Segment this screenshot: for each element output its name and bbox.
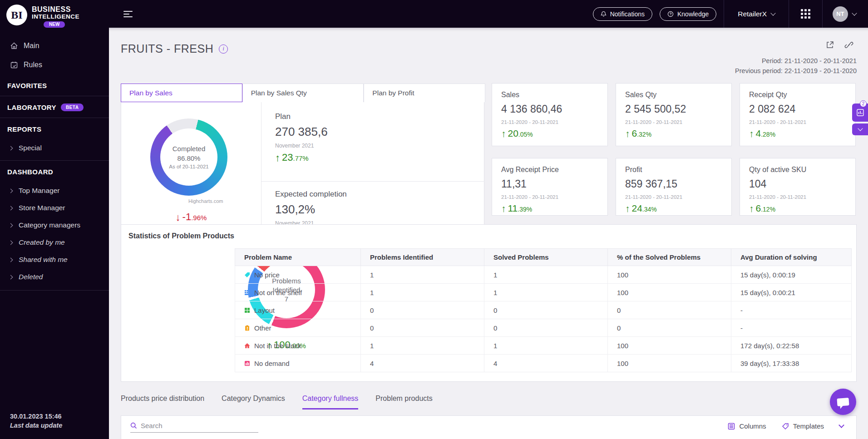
avatar: NT: [833, 6, 848, 22]
panel-count-badge: 2: [860, 100, 867, 107]
kpi-card-receipt-qty: Receipt Qty 2 082 624 21-11-2020 - 20-11…: [740, 83, 856, 146]
problems-donut-chart: Problems Identified 7: [248, 251, 325, 328]
plan-tabs: Plan by Sales Plan by Sales Qty Plan by …: [121, 84, 485, 102]
problems-card: Statistics of Problem Products Problems …: [121, 224, 857, 382]
new-badge: NEW: [44, 21, 65, 28]
notifications-label: Notifications: [610, 10, 645, 18]
table-toolbar: Columns Templates: [121, 415, 857, 439]
plan-delta: ↑ 23 .77%: [275, 152, 484, 163]
tab-plan-by-sales-qty[interactable]: Plan by Sales Qty: [242, 84, 364, 102]
sidebar: BI BUSINESS INTELLIGENCE NEW Main Rules …: [0, 0, 109, 439]
grid-icon: [801, 9, 810, 19]
sidebar-item-top-manager[interactable]: Top Manager: [0, 182, 109, 199]
sidebar-section-dashboard[interactable]: DASHBOARD: [0, 161, 109, 182]
house-icon: [244, 343, 250, 349]
chevron-right-icon: [9, 240, 13, 245]
kpi-card-avg-receipt-price: Avg Receipt Price 11,31 21-11-2020 - 20-…: [492, 158, 608, 216]
chevron-down-icon: [770, 10, 775, 15]
apps-grid-button[interactable]: [789, 9, 822, 19]
arrow-up-icon: ↑: [501, 128, 506, 139]
expected-label: Expected completion: [275, 190, 347, 199]
tab-category-dynamics[interactable]: Category Dynamics: [222, 395, 285, 409]
problems-title: Statistics of Problem Products: [121, 225, 856, 240]
table-row: Other 0 0 0 -: [235, 319, 852, 337]
export-icon[interactable]: [825, 40, 834, 49]
main-content: FRUITS - FRESH i Period: 21-11-2020 - 20…: [109, 28, 868, 439]
completion-delta: ↓ -1 .96%: [176, 211, 207, 223]
retailer-selector[interactable]: RetailerX: [724, 0, 789, 28]
table-header-row: Problem Name Problems Identified Solved …: [235, 249, 852, 266]
table-row: No demand 4 4 100 39 day(s), 17:33:38: [235, 355, 852, 372]
sidebar-item-label: Rules: [24, 61, 42, 69]
plan-card: Plan by Sales Plan by Sales Qty Plan by …: [121, 102, 484, 237]
highcharts-credit[interactable]: Highcharts.com: [188, 198, 223, 204]
sidebar-section-reports[interactable]: REPORTS: [0, 118, 109, 139]
plan-label: Plan: [275, 112, 484, 121]
previous-period: Previous period: 22-11-2019 - 20-11-2020: [735, 66, 857, 76]
search-input[interactable]: [141, 422, 250, 429]
calendar-icon: [10, 61, 18, 69]
user-menu[interactable]: NT: [823, 6, 868, 22]
sidebar-item-shared-with-me[interactable]: Shared with me: [0, 251, 109, 268]
notifications-button[interactable]: Notifications: [593, 7, 652, 21]
plan-value: 270 385,6: [275, 125, 484, 139]
sidebar-section-favorites[interactable]: FAVORITES: [0, 74, 109, 96]
link-icon[interactable]: [844, 40, 853, 49]
templates-button[interactable]: Templates: [782, 422, 824, 430]
period-info: Period: 21-11-2020 - 20-11-2021 Previous…: [735, 56, 857, 76]
sidebar-item-rules[interactable]: Rules: [0, 55, 109, 74]
arrow-up-icon: ↑: [625, 203, 630, 214]
chevron-down-icon: [852, 10, 857, 15]
columns-button[interactable]: Columns: [728, 422, 766, 430]
beta-badge: BETA: [61, 104, 84, 111]
sidebar-item-created-by-me[interactable]: Created by me: [0, 234, 109, 251]
home-icon: [10, 42, 18, 50]
search-icon: [130, 422, 137, 429]
arrow-down-icon: ↓: [176, 212, 181, 223]
collapse-panel-button[interactable]: [852, 123, 868, 135]
table-row: Layout 0 0 0 -: [235, 301, 852, 319]
bottom-tabs: Products price distribution Category Dyn…: [121, 395, 433, 409]
kpi-card-qty-active-sku: Qty of active SKU 104 21-11-2020 - 20-11…: [740, 158, 856, 216]
bi-logo-icon: BI: [6, 5, 27, 25]
chevron-right-icon: [9, 223, 13, 227]
search-field[interactable]: [130, 422, 258, 433]
knowledge-button[interactable]: Knowledge: [660, 7, 716, 21]
arrow-up-icon: ↑: [749, 203, 754, 214]
sidebar-item-main[interactable]: Main: [0, 36, 109, 55]
sidebar-item-store-manager[interactable]: Store Manager: [0, 199, 109, 217]
tab-category-fullness[interactable]: Category fullness: [302, 395, 359, 409]
sidebar-item-deleted[interactable]: Deleted: [0, 268, 109, 286]
chevron-right-icon: [9, 275, 13, 279]
tab-problem-products[interactable]: Problem products: [375, 395, 432, 409]
knowledge-label: Knowledge: [677, 10, 709, 18]
arrow-up-icon: ↑: [749, 128, 754, 139]
tab-plan-by-sales[interactable]: Plan by Sales: [121, 84, 242, 102]
completion-donut-chart: Completed 86.80% As of 20-11-2021: [150, 118, 227, 196]
chart-panel-icon: [857, 109, 864, 116]
app-logo[interactable]: BI BUSINESS INTELLIGENCE NEW: [0, 0, 109, 28]
table-row: Not in the stock 1 1 100 172 day(s), 0:2…: [235, 337, 852, 355]
divider: [0, 290, 109, 291]
chevron-right-icon: [9, 146, 13, 150]
bi-dashboard: BI BUSINESS INTELLIGENCE NEW Main Rules …: [0, 0, 868, 439]
tab-products-price-distribution[interactable]: Products price distribution: [121, 395, 204, 409]
chat-button[interactable]: [830, 389, 856, 415]
app-name-line2: INTELLIGENCE: [32, 14, 79, 20]
tab-plan-by-profit[interactable]: Plan by Profit: [364, 84, 485, 102]
donut-label: Completed: [173, 145, 206, 153]
page-title: FRUITS - FRESH: [121, 42, 213, 55]
kpi-card-sales: Sales 4 136 860,46 21-11-2020 - 20-11-20…: [492, 83, 608, 146]
topbar: Notifications Knowledge RetailerX NT: [109, 0, 868, 28]
last-data-update: 30.01.2023 15:46 Last data update: [10, 413, 62, 429]
reports-panel-button[interactable]: 2: [852, 104, 868, 122]
period: Period: 21-11-2020 - 20-11-2021: [735, 56, 857, 66]
sidebar-section-laboratory[interactable]: LABORATORY BETA: [0, 96, 109, 118]
sidebar-item-special[interactable]: Special: [0, 139, 109, 157]
kpi-card-profit: Profit 859 367,15 21-11-2020 - 20-11-202…: [616, 158, 732, 216]
expected-value: 130,2%: [275, 202, 347, 217]
sidebar-item-category-managers[interactable]: Category managers: [0, 217, 109, 234]
expand-toolbar-chevron-icon[interactable]: [838, 422, 844, 428]
sidebar-toggle-button[interactable]: [123, 9, 133, 19]
info-icon[interactable]: i: [219, 44, 228, 54]
